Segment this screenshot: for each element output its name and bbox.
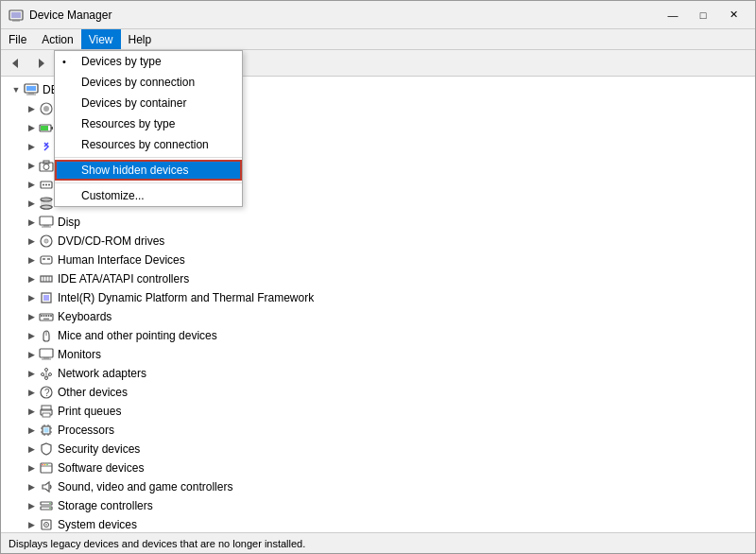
svg-point-15	[43, 106, 49, 112]
audio-icon	[39, 101, 54, 116]
expand-icon-software: ▶	[24, 463, 39, 473]
tree-item-other[interactable]: ▶ ? Other devices	[1, 383, 755, 402]
sound-icon	[39, 479, 54, 494]
sound-label: Sound, video and game controllers	[58, 480, 232, 493]
tree-item-monitors[interactable]: ▶ Monitors	[1, 345, 755, 364]
keyboards-label: Keyboards	[58, 310, 112, 323]
expand-icon-security: ▶	[24, 444, 39, 454]
svg-rect-1	[11, 12, 21, 18]
svg-point-58	[49, 373, 52, 376]
svg-point-29	[41, 205, 52, 209]
bluetooth-icon	[39, 139, 54, 154]
maximize-button[interactable]: □	[689, 6, 717, 25]
expand-icon-desktop: ▼	[9, 85, 24, 95]
tree-item-sound[interactable]: ▶ Sound, video and game controllers	[1, 477, 755, 496]
expand-icon-keyboards: ▶	[24, 312, 39, 321]
processors-label: Processors	[58, 424, 114, 437]
tree-item-display[interactable]: ▶ Disp	[1, 213, 755, 232]
svg-rect-51	[43, 319, 49, 320]
expand-icon-monitors: ▶	[24, 350, 39, 359]
minimize-button[interactable]: —	[659, 6, 687, 25]
keyboard-icon	[39, 309, 54, 324]
print-icon	[39, 404, 54, 419]
svg-rect-38	[47, 258, 50, 260]
title-bar: Device Manager — □ ✕	[1, 1, 755, 29]
tree-item-storage[interactable]: ▶ Storage controllers	[1, 496, 755, 515]
expand-icon-mice: ▶	[24, 331, 39, 340]
dvd-icon	[39, 234, 54, 249]
tree-item-software[interactable]: ▶ Software devices	[1, 459, 755, 477]
dvd-label: DVD/CD-ROM drives	[58, 234, 164, 248]
expand-icon-intel: ▶	[24, 293, 39, 303]
disk-icon	[39, 196, 54, 211]
expand-icon-sound: ▶	[24, 482, 39, 492]
menu-bar: File Action View Help • Devices by type …	[1, 29, 755, 50]
svg-rect-2	[12, 20, 20, 22]
expand-icon-dvd: ▶	[24, 236, 39, 246]
svg-marker-4	[39, 59, 44, 68]
dropdown-devices-by-connection[interactable]: Devices by connection	[55, 72, 242, 93]
menu-view[interactable]: View	[81, 29, 121, 49]
forward-button[interactable]	[29, 53, 52, 74]
network-label: Network adapters	[58, 367, 146, 380]
print-label: Print queues	[58, 405, 121, 418]
dropdown-devices-by-type[interactable]: • Devices by type	[55, 51, 242, 72]
tree-item-processors[interactable]: ▶ Processors	[1, 421, 755, 440]
camera-icon	[39, 158, 54, 173]
computer-icon	[24, 82, 39, 97]
svg-line-62	[47, 375, 48, 378]
tree-item-network[interactable]: ▶ Network adapters	[1, 364, 755, 383]
dropdown-resources-by-type[interactable]: Resources by type	[55, 113, 242, 134]
expand-icon-print: ▶	[24, 407, 39, 416]
svg-rect-37	[43, 258, 45, 260]
tree-item-dvd[interactable]: ▶ DVD/CD-ROM drives	[1, 232, 755, 251]
device-manager-window: Device Manager — □ ✕ File Action View He…	[0, 0, 756, 554]
back-button[interactable]	[5, 53, 27, 74]
tree-item-ide[interactable]: ▶ IDE ATA/ATAPI controllers	[1, 269, 755, 288]
svg-point-89	[45, 524, 47, 526]
tree-item-keyboards[interactable]: ▶ Keyboards	[1, 307, 755, 326]
expand-icon-other: ▶	[24, 388, 39, 397]
comport-icon	[39, 177, 54, 192]
menu-file[interactable]: File	[1, 29, 34, 49]
display-icon	[39, 215, 54, 230]
expand-icon-ide: ▶	[24, 274, 39, 284]
svg-point-86	[49, 508, 51, 510]
system-label: System devices	[58, 518, 137, 531]
dropdown-show-hidden[interactable]: Show hidden devices	[55, 160, 242, 181]
other-icon: ?	[39, 385, 54, 400]
window-icon	[9, 8, 24, 23]
tree-item-intel[interactable]: ▶ Intel(R) Dynamic Platform and Thermal …	[1, 288, 755, 307]
hid-icon	[39, 252, 54, 268]
svg-rect-54	[43, 357, 49, 359]
svg-point-28	[41, 198, 52, 201]
status-bar: Displays legacy devices and devices that…	[1, 532, 755, 553]
monitors-label: Monitors	[58, 348, 101, 361]
close-button[interactable]: ✕	[719, 6, 747, 25]
title-controls: — □ ✕	[659, 6, 747, 25]
security-label: Security devices	[58, 442, 140, 456]
svg-rect-44	[43, 295, 49, 301]
svg-point-82	[46, 464, 48, 466]
check-icon: •	[62, 56, 66, 67]
svg-rect-32	[42, 227, 51, 228]
processors-icon	[39, 423, 54, 438]
dropdown-customize[interactable]: Customize...	[55, 185, 242, 206]
expand-icon-cameras: ▶	[24, 161, 39, 170]
tree-item-mice[interactable]: ▶ Mice and other pointing devices	[1, 326, 755, 345]
tree-item-hid[interactable]: ▶ Human Interface Devices	[1, 251, 755, 269]
menu-help[interactable]: Help	[121, 29, 160, 49]
svg-rect-13	[26, 95, 36, 95]
svg-line-61	[43, 375, 44, 378]
ide-label: IDE ATA/ATAPI controllers	[58, 272, 189, 286]
dropdown-devices-by-container[interactable]: Devices by container	[55, 93, 242, 113]
software-label: Software devices	[58, 461, 144, 475]
network-icon	[39, 366, 54, 381]
tree-item-system[interactable]: ▶ System devices	[1, 515, 755, 532]
tree-item-print[interactable]: ▶ Print queues	[1, 402, 755, 421]
menu-action[interactable]: Action	[34, 29, 80, 49]
dropdown-resources-by-connection[interactable]: Resources by connection	[55, 134, 242, 155]
tree-item-security[interactable]: ▶ Security devices	[1, 440, 755, 459]
title-bar-left: Device Manager	[9, 8, 112, 23]
intel-label: Intel(R) Dynamic Platform and Thermal Fr…	[58, 291, 314, 304]
